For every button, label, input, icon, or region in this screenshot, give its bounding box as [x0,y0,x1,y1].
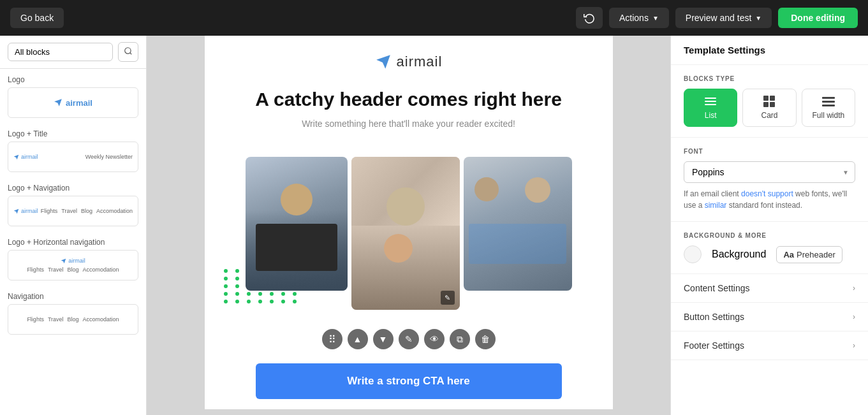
block-preview-logo-horiz-nav[interactable]: airmail Flights Travel Blog Accomodation [8,250,138,280]
drag-handle-button[interactable]: ⠿ [322,329,342,349]
list-item: Navigation Flights Travel Blog Accomodat… [8,292,138,335]
move-up-button[interactable]: ▲ [348,329,368,349]
block-label: Logo + Horizontal navigation [8,238,138,247]
fullwidth-icon [822,97,835,106]
background-text: Background [712,249,766,260]
logo-nav-icon [13,208,19,214]
delete-block-button[interactable]: 🗑 [475,329,496,349]
blocks-type-section: BLOCKS TYPE List [671,65,868,138]
history-button[interactable] [576,7,603,29]
person1-laptop [256,224,337,271]
font-section: FONT Poppins ▼ If an email client doesn'… [671,138,868,222]
logo-horiz-icon [61,258,66,264]
topbar-left: Go back [10,8,64,28]
blocks-type-grid: List Card [684,89,855,127]
blocks-filter-select[interactable]: All blocks [8,43,113,61]
email-logo-icon [375,54,392,70]
background-label: BACKGROUND & MORE [684,232,855,239]
left-sidebar: All blocks Logo airmail [0,36,147,415]
svg-line-1 [130,53,132,55]
block-preview-navigation[interactable]: Flights Travel Blog Accomodation [8,304,138,335]
sidebar-toolbar: All blocks [0,36,146,69]
canvas-area[interactable]: airmail A catchy header comes right here… [147,36,670,415]
preview-block-button[interactable]: 👁 [424,329,445,349]
block-label: Logo + Navigation [8,184,138,193]
email-image-grid: ✎ [205,157,613,323]
font-note: If an email client doesn't support web f… [684,188,855,211]
edit-corner-icon: ✎ [441,291,455,305]
block-preview-logo-nav[interactable]: airmail Flights Travel Blog Accomodation [8,196,138,226]
block-preview-logo[interactable]: airmail [8,87,138,118]
image-placeholder-1 [246,157,348,291]
topbar: Go back Actions ▼ Preview and test ▼ Don… [0,0,868,36]
airmail-logo-icon [54,98,63,107]
block-type-card-button[interactable]: Card [742,89,796,127]
background-options: Background Aa Preheader [684,245,855,263]
preheader-aa-label: Aa [783,250,794,259]
list-item: Logo + Horizontal navigation airmail Fli… [8,238,138,280]
footer-settings-title: Footer Settings [684,340,744,351]
svg-point-0 [125,48,131,54]
font-select-wrap: Poppins ▼ [684,161,855,183]
blocks-type-label: BLOCKS TYPE [684,75,855,82]
actions-chevron-icon: ▼ [652,15,659,22]
footer-settings-chevron-icon: › [853,341,855,350]
go-back-button[interactable]: Go back [10,8,64,28]
background-color-picker[interactable] [684,245,702,263]
done-editing-button[interactable]: Done editing [778,8,858,28]
email-cta-section: Write a strong CTA here [205,353,613,409]
move-down-button[interactable]: ▼ [373,329,394,349]
content-settings-chevron-icon: › [853,284,855,293]
canvas-hover-toolbar: ⠿ ▲ ▼ ✎ 👁 ⧉ 🗑 [205,323,613,353]
main-layout: All blocks Logo airmail [0,36,868,415]
logo-title-icon [13,154,19,160]
search-icon [124,47,133,55]
image-placeholder-3 [464,157,572,291]
email-logo-text: airmail [397,54,443,70]
font-label: FONT [684,148,855,155]
block-type-fullwidth-button[interactable]: Full width [802,89,855,127]
cta-button[interactable]: Write a strong CTA here [256,363,562,399]
button-settings-section[interactable]: Button Settings › [671,303,868,331]
email-hero-title: A catchy header comes right here [230,88,587,111]
sidebar-search-button[interactable] [118,42,138,62]
email-hero-subtitle: Write something here that'll make your r… [230,119,587,129]
panel-title: Template Settings [684,45,855,55]
button-settings-title: Button Settings [684,312,744,322]
email-header: airmail [205,36,613,82]
block-type-list-button[interactable]: List [684,89,737,127]
preview-chevron-icon: ▼ [755,15,761,22]
preview-button[interactable]: Preview and test ▼ [675,8,772,28]
email-canvas: airmail A catchy header comes right here… [205,36,613,409]
image-placeholder-2: ✎ [351,157,460,310]
list-icon [705,98,716,105]
font-select[interactable]: Poppins [684,161,855,183]
doesnt-support-link[interactable]: doesn't support [741,189,793,198]
card-icon [763,96,775,107]
edit-block-button[interactable]: ✎ [399,329,419,349]
list-item: Logo airmail [8,75,138,118]
list-item: Logo + Navigation airmail Flights Travel… [8,184,138,226]
right-panel: Template Settings BLOCKS TYPE List [670,36,868,415]
block-preview-logo-title[interactable]: airmail Weekly Newsletter [8,142,138,172]
background-section: BACKGROUND & MORE Background Aa Preheade… [671,222,868,274]
block-label: Logo + Title [8,129,138,138]
list-item: Logo + Title airmail Weekly Newsletter [8,129,138,172]
block-label: Navigation [8,292,138,301]
email-hero-section: A catchy header comes right here Write s… [205,82,613,157]
content-settings-title: Content Settings [684,283,750,293]
block-label: Logo [8,75,138,84]
duplicate-block-button[interactable]: ⧉ [450,329,470,349]
sidebar-blocks-list: Logo airmail Logo + Title airmail [0,69,146,415]
similar-link[interactable]: similar [705,201,727,210]
panel-header: Template Settings [671,36,868,65]
content-settings-section[interactable]: Content Settings › [671,274,868,303]
person1-head [281,184,313,215]
footer-settings-section[interactable]: Footer Settings › [671,331,868,360]
actions-button[interactable]: Actions ▼ [609,8,669,28]
preheader-button[interactable]: Aa Preheader [776,246,842,263]
topbar-right: Actions ▼ Preview and test ▼ Done editin… [576,7,858,29]
button-settings-chevron-icon: › [853,312,855,321]
